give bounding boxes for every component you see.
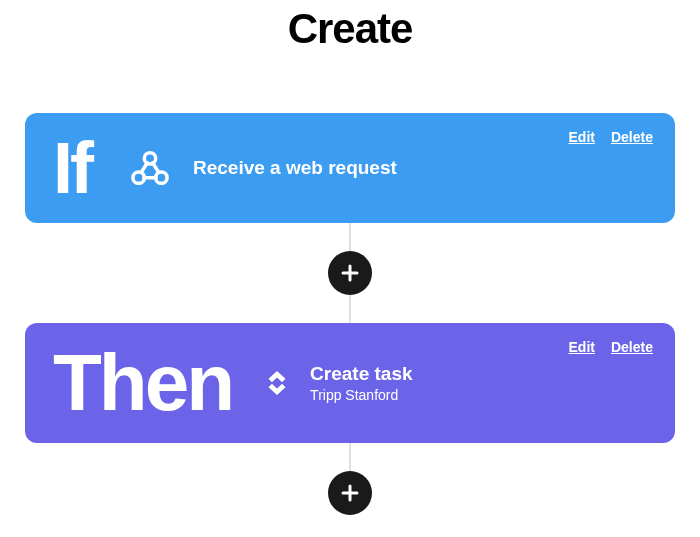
connector-line <box>349 295 351 323</box>
page-title: Create <box>288 5 413 53</box>
if-card-actions: Edit Delete <box>569 129 653 145</box>
then-keyword: Then <box>53 343 232 423</box>
then-account-label: Tripp Stanford <box>310 387 412 403</box>
plus-icon <box>340 263 360 283</box>
then-action-label: Create task <box>310 363 412 385</box>
connector-line <box>349 223 351 251</box>
connector-line <box>349 443 351 471</box>
add-step-button[interactable] <box>328 251 372 295</box>
plus-icon <box>340 483 360 503</box>
then-card-actions: Edit Delete <box>569 339 653 355</box>
applet-builder: Create If Receive a web request Edit Del… <box>0 0 700 515</box>
then-delete-link[interactable]: Delete <box>611 339 653 355</box>
then-action-card[interactable]: Then Create task Tripp Stanford Edit Del… <box>25 323 675 443</box>
if-edit-link[interactable]: Edit <box>569 129 595 145</box>
if-delete-link[interactable]: Delete <box>611 129 653 145</box>
if-trigger-card[interactable]: If Receive a web request Edit Delete <box>25 113 675 223</box>
if-description: Receive a web request <box>193 157 397 179</box>
then-description: Create task Tripp Stanford <box>310 363 412 403</box>
webhook-icon <box>129 147 171 189</box>
if-trigger-label: Receive a web request <box>193 157 397 179</box>
if-keyword: If <box>53 132 91 204</box>
add-step-button[interactable] <box>328 471 372 515</box>
clickup-icon <box>260 366 294 400</box>
then-edit-link[interactable]: Edit <box>569 339 595 355</box>
